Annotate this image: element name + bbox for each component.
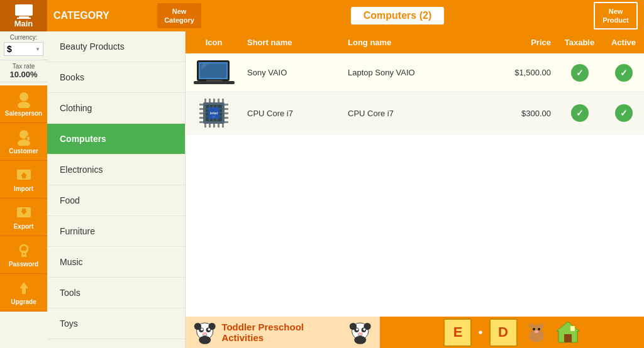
category-item-beauty[interactable]: Beauty Products: [47, 31, 185, 62]
product-active-cpu-i7: [603, 99, 644, 127]
main-button[interactable]: Main: [0, 0, 47, 31]
svg-rect-26: [209, 99, 211, 102]
svg-rect-30: [204, 124, 206, 128]
customer-icon: $: [14, 129, 34, 146]
left-navigation: Main Currency: $ ▼ Tax rate 10.00%: [0, 0, 47, 348]
house-icon: [555, 318, 580, 347]
bottom-banner: Toddler Preschool Activities: [186, 317, 644, 348]
sidebar-item-customer[interactable]: $ Customer: [0, 123, 47, 161]
product-short-name-sony-vaio: Sony VAIO: [242, 63, 343, 82]
table-row[interactable]: Sony VAIO Laptop Sony VAIO $1,500.00: [186, 53, 644, 92]
svg-rect-82: [564, 334, 572, 342]
banner-letter-d: D: [489, 318, 518, 347]
taxable-check-sony-vaio: [571, 64, 589, 82]
svg-rect-38: [199, 117, 203, 119]
product-price-cpu-i7: $300.00: [480, 104, 556, 123]
banner-right-section: E • D: [380, 317, 644, 348]
svg-rect-31: [209, 124, 211, 128]
new-product-button[interactable]: New Product: [594, 2, 638, 30]
col-header-short-name: Short name: [242, 31, 343, 53]
svg-point-64: [199, 335, 211, 344]
banner-text: Toddler Preschool Activities: [221, 322, 340, 343]
table-header: Icon Short name Long name Price Taxable …: [186, 31, 644, 53]
col-header-icon: Icon: [186, 31, 242, 53]
product-long-name-sony-vaio: Laptop Sony VAIO: [343, 63, 480, 82]
svg-rect-37: [199, 112, 203, 114]
laptop-svg: [194, 58, 235, 87]
svg-point-80: [535, 330, 538, 333]
currency-selector[interactable]: $ ▼: [4, 42, 43, 56]
panda-left-icon: [192, 318, 218, 347]
category-item-electronics[interactable]: Electronics: [47, 155, 185, 185]
svg-rect-43: [225, 117, 228, 119]
product-long-name-cpu-i7: CPU Core i7: [343, 104, 480, 123]
category-item-clothing[interactable]: Clothing: [47, 93, 185, 124]
import-icon: [14, 166, 34, 184]
category-item-toys[interactable]: Toys: [47, 308, 185, 339]
category-item-tools[interactable]: Tools: [47, 278, 185, 308]
svg-rect-36: [199, 108, 203, 110]
currency-label: Currency:: [3, 34, 45, 41]
product-short-name-cpu-i7: CPU Core i7: [242, 104, 343, 123]
category-item-books[interactable]: Books: [47, 62, 185, 93]
category-item-music[interactable]: Music: [47, 247, 185, 278]
svg-point-71: [363, 328, 365, 330]
sidebar-item-salesperson[interactable]: Salesperson: [0, 85, 47, 123]
product-active-sony-vaio: [603, 59, 644, 87]
col-header-active: Active: [603, 31, 644, 53]
customer-label: Customer: [9, 148, 38, 155]
table-row[interactable]: intel i7 CPU Core i7 CPU Core i7 $300.00: [186, 92, 644, 134]
svg-rect-42: [225, 112, 228, 114]
category-item-computers[interactable]: Computers: [47, 124, 185, 155]
category-item-furniture[interactable]: Furniture: [47, 216, 185, 247]
sidebar-item-export[interactable]: Export: [0, 198, 47, 236]
tax-rate-value: 10.00%: [3, 70, 45, 79]
svg-rect-24: [206, 80, 222, 82]
taxable-check-cpu-i7: [571, 104, 589, 122]
right-content-area: CATEGORY New Category Computers (2) New …: [47, 0, 644, 348]
svg-point-77: [539, 324, 544, 329]
banner-dot: •: [478, 325, 482, 340]
salesperson-icon: [14, 91, 34, 109]
svg-rect-14: [22, 209, 26, 211]
svg-point-4: [18, 102, 30, 108]
main-button-label: Main: [14, 19, 33, 28]
product-price-sony-vaio: $1,500.00: [480, 63, 556, 82]
svg-rect-40: [225, 104, 228, 106]
banner-left-section: Toddler Preschool Activities: [186, 317, 380, 348]
sidebar-item-import[interactable]: Import: [0, 161, 47, 198]
svg-rect-34: [222, 124, 224, 128]
active-check-sony-vaio: [615, 64, 633, 82]
category-item-food[interactable]: Food: [47, 185, 185, 216]
svg-rect-25: [204, 99, 206, 102]
svg-point-61: [201, 328, 203, 330]
password-icon: [14, 242, 34, 259]
sidebar-navigation: Salesperson $ Customer: [0, 82, 47, 312]
svg-rect-0: [15, 4, 33, 16]
svg-rect-27: [213, 99, 215, 102]
svg-rect-32: [213, 124, 215, 128]
currency-dropdown-arrow[interactable]: ▼: [35, 46, 40, 52]
svg-point-72: [358, 332, 363, 335]
svg-rect-29: [222, 99, 224, 102]
monitor-icon: [14, 4, 34, 19]
product-taxable-cpu-i7: [556, 99, 603, 127]
svg-point-63: [203, 332, 208, 335]
col-header-price: Price: [480, 31, 556, 53]
salesperson-label: Salesperson: [5, 110, 42, 117]
product-icon-cpu-i7: intel i7: [186, 92, 242, 134]
svg-point-76: [529, 324, 534, 329]
new-category-button[interactable]: New Category: [157, 3, 201, 29]
upgrade-label: Upgrade: [11, 298, 36, 305]
sidebar-item-password[interactable]: Password: [0, 236, 47, 274]
svg-rect-11: [22, 176, 26, 178]
sidebar-item-upgrade[interactable]: Upgrade: [0, 274, 47, 312]
category-list: Beauty Products Books Clothing Computers…: [47, 31, 186, 348]
animal-icon: [524, 318, 549, 347]
active-check-cpu-i7: [615, 104, 633, 122]
svg-rect-83: [570, 326, 575, 331]
svg-rect-39: [199, 121, 203, 123]
svg-point-79: [538, 328, 540, 330]
password-label: Password: [9, 261, 38, 268]
svg-marker-18: [19, 282, 28, 294]
